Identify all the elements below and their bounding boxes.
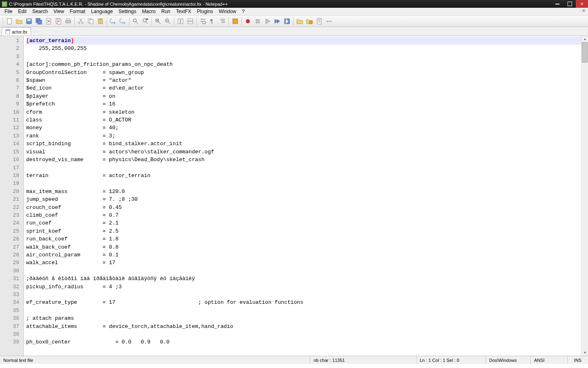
svg-point-11	[82, 22, 83, 24]
folder-icon[interactable]	[295, 17, 304, 26]
editor[interactable]: 1234567891011121314151617181920212223242…	[0, 36, 588, 356]
paste-icon[interactable]	[96, 17, 105, 26]
menu-bar: File Edit Search View Format Language Se…	[0, 8, 588, 16]
app-icon	[2, 1, 7, 7]
scroll-up-button[interactable]: ▲	[581, 36, 588, 42]
title-bar: C:\Program Files\THQ\S.T.A.L.K.E.R. - Sh…	[0, 0, 588, 8]
open-icon[interactable]	[15, 17, 24, 26]
svg-rect-0	[7, 18, 11, 24]
close-file-icon[interactable]	[44, 17, 53, 26]
save-macro-icon[interactable]	[283, 17, 292, 26]
play-icon[interactable]	[263, 17, 272, 26]
minimize-button[interactable]	[551, 0, 564, 8]
status-bar: Normal text file nb char : 11351 Ln : 1 …	[0, 356, 588, 364]
svg-point-27	[246, 19, 250, 23]
tab-label: actor.ltx	[12, 29, 27, 34]
menu-macro[interactable]: Macro	[139, 9, 158, 14]
zoom-in-icon[interactable]	[154, 17, 163, 26]
print-icon[interactable]	[64, 17, 73, 26]
status-overwrite: INS	[568, 356, 588, 364]
undo-icon[interactable]	[109, 17, 118, 26]
save-all-icon[interactable]	[34, 17, 43, 26]
save-icon[interactable]	[24, 17, 33, 26]
new-icon[interactable]	[5, 17, 14, 26]
maximize-button[interactable]	[564, 0, 576, 8]
replace-icon[interactable]	[141, 17, 150, 26]
tool-bar: ¶	[0, 16, 588, 27]
menu-run[interactable]: Run	[158, 9, 173, 14]
close-all-icon[interactable]	[54, 17, 63, 26]
stop-icon[interactable]	[253, 17, 262, 26]
separator	[241, 17, 242, 25]
svg-rect-28	[256, 20, 259, 23]
sync-v-icon[interactable]	[176, 17, 185, 26]
svg-point-10	[78, 22, 80, 24]
svg-text:¶: ¶	[210, 18, 213, 24]
menu-file[interactable]: File	[2, 9, 15, 14]
play-multi-icon[interactable]	[273, 17, 282, 26]
folder2-icon[interactable]	[305, 17, 314, 26]
sync-h-icon[interactable]	[186, 17, 195, 26]
code-area[interactable]: [actor_terrain] 255,255,000,255 [actor]:…	[24, 36, 588, 356]
record-icon[interactable]	[243, 17, 252, 26]
menu-plugins[interactable]: Plugins	[194, 9, 216, 14]
redo-icon[interactable]	[118, 17, 127, 26]
menu-search[interactable]: Search	[29, 9, 51, 14]
svg-rect-13	[90, 20, 93, 24]
separator	[151, 17, 152, 25]
separator	[129, 17, 129, 25]
separator	[3, 17, 3, 25]
vertical-scrollbar[interactable]: ▲ ▼	[581, 36, 588, 356]
svg-rect-8	[66, 20, 71, 23]
separator	[229, 17, 229, 25]
svg-point-30	[309, 21, 312, 24]
svg-rect-23	[188, 19, 193, 21]
svg-rect-24	[188, 22, 193, 24]
status-filetype: Normal text file	[0, 356, 310, 364]
status-charcount: nb char : 11351	[310, 356, 416, 364]
tab-actor-ltx[interactable]: actor.ltx	[2, 27, 31, 36]
scroll-thumb[interactable]	[582, 42, 588, 63]
svg-rect-2	[27, 19, 31, 21]
menu-settings[interactable]: Settings	[116, 9, 139, 14]
show-all-chars-icon[interactable]: ¶	[208, 17, 217, 26]
svg-rect-26	[233, 19, 238, 24]
cut-icon[interactable]	[76, 17, 85, 26]
zoom-out-icon[interactable]	[163, 17, 172, 26]
svg-rect-15	[99, 18, 102, 20]
separator	[174, 17, 174, 25]
svg-rect-9	[67, 19, 70, 20]
wordwrap-icon[interactable]	[198, 17, 207, 26]
separator	[293, 17, 294, 25]
menu-help[interactable]: ?	[239, 9, 247, 14]
menu-window[interactable]: Window	[216, 9, 239, 14]
svg-point-17	[143, 19, 146, 22]
svg-point-16	[133, 19, 136, 22]
separator	[107, 17, 107, 25]
menu-language[interactable]: Language	[88, 9, 116, 14]
find-icon[interactable]	[131, 17, 140, 26]
window-title: C:\Program Files\THQ\S.T.A.L.K.E.R. - Sh…	[9, 2, 551, 7]
close-button[interactable]	[576, 0, 588, 8]
status-cursor-pos: Ln : 1 Col : 1 Sel : 0	[416, 356, 486, 364]
copy-icon[interactable]	[86, 17, 95, 26]
close-doc-button[interactable]: ✕	[581, 8, 586, 13]
user-lang-icon[interactable]	[231, 17, 240, 26]
svg-rect-18	[146, 18, 148, 20]
separator	[74, 17, 75, 25]
svg-rect-31	[317, 18, 321, 24]
menu-edit[interactable]: Edit	[15, 9, 29, 14]
menu-textfx[interactable]: TextFX	[173, 9, 194, 14]
doc-icon[interactable]	[315, 17, 324, 26]
compare-icon[interactable]	[325, 17, 334, 26]
status-encoding: ANSI	[531, 356, 568, 364]
svg-rect-21	[178, 19, 180, 24]
menu-format[interactable]: Format	[67, 9, 88, 14]
scroll-down-button[interactable]: ▼	[581, 350, 588, 356]
menu-view[interactable]: View	[51, 9, 67, 14]
tab-bar: actor.ltx	[0, 27, 588, 36]
svg-rect-4	[38, 20, 42, 24]
indent-guide-icon[interactable]	[218, 17, 227, 26]
file-icon	[5, 29, 10, 34]
status-eol: Dos\Windows	[486, 356, 531, 364]
